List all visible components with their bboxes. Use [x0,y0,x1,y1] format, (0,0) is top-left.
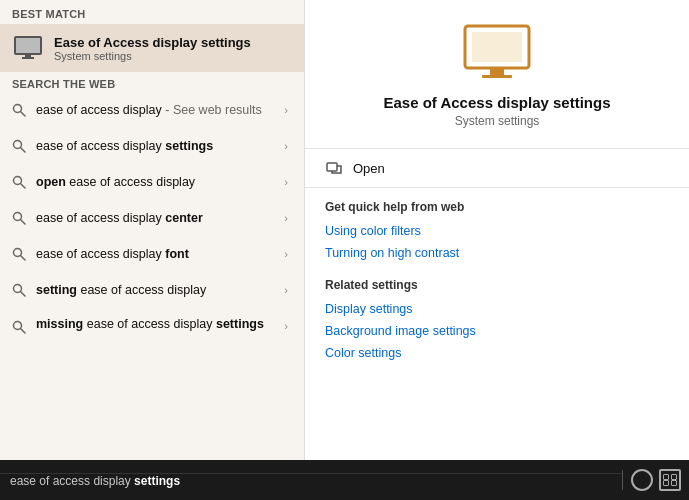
detail-title-normal: Ease of Access display [383,94,553,111]
chevron-4: › [278,210,294,226]
chevron-6: › [278,282,294,298]
taskbar-right [623,469,689,491]
svg-rect-1 [25,54,31,57]
search-icon-1 [10,101,28,119]
chevron-2: › [278,138,294,154]
link-high-contrast[interactable]: Turning on high contrast [305,242,689,264]
right-panel: Ease of Access display settings System s… [305,0,689,460]
search-icon-7 [10,318,28,336]
result-center[interactable]: ease of access display center › [0,200,304,236]
taskbar: ease of access display settings [0,460,689,500]
left-panel: Best match Ease of Access display settin… [0,0,305,460]
open-button[interactable]: Open [305,149,689,188]
best-match-text: Ease of Access display settings System s… [54,35,251,62]
svg-rect-22 [664,475,669,480]
quick-help-header: Get quick help from web [305,188,689,220]
svg-rect-25 [672,481,677,486]
taskbar-text-bold: settings [134,474,180,488]
result-font[interactable]: ease of access display font › [0,236,304,272]
link-color-filters[interactable]: Using color filters [305,220,689,242]
best-match-subtitle: System settings [54,50,251,62]
taskbar-search[interactable]: ease of access display settings [0,473,622,488]
best-match-title: Ease of Access display settings [54,35,251,50]
svg-rect-19 [490,68,504,75]
link-color-settings[interactable]: Color settings [305,342,689,364]
svg-rect-24 [672,475,677,480]
result-text-3: open ease of access display [36,175,278,189]
best-match-title-normal: Ease of Access display [54,35,201,50]
open-icon [325,159,343,177]
detail-header: Ease of Access display settings System s… [305,0,689,149]
link-display-settings[interactable]: Display settings [305,298,689,320]
link-background-image[interactable]: Background image settings [305,320,689,342]
svg-rect-18 [472,32,522,62]
search-icon-3 [10,173,28,191]
detail-subtitle: System settings [455,114,540,128]
taskbar-text-normal: ease of access display [10,474,134,488]
svg-line-14 [21,292,26,297]
result-missing[interactable]: missing ease of access display settings … [0,308,304,344]
search-icon-6 [10,281,28,299]
svg-line-16 [21,329,26,334]
svg-line-12 [21,256,26,261]
result-text-4: ease of access display center [36,211,278,225]
result-see-web: - See web results [165,103,262,117]
taskbar-search-text: ease of access display settings [10,474,612,488]
svg-rect-23 [664,481,669,486]
task-view-button[interactable] [659,469,681,491]
result-text-7: missing ease of access display settings [36,316,278,334]
start-button[interactable] [631,469,653,491]
svg-rect-2 [22,57,34,59]
best-match-title-bold: settings [201,35,251,50]
chevron-1: › [278,102,294,118]
result-text-6: setting ease of access display [36,283,278,297]
svg-rect-0 [15,37,41,54]
best-match-item[interactable]: Ease of Access display settings System s… [0,24,304,72]
result-text-5: ease of access display font [36,247,278,261]
best-match-label: Best match [0,0,304,24]
search-icon-2 [10,137,28,155]
result-text-2: ease of access display settings [36,139,278,153]
svg-rect-20 [482,75,512,78]
chevron-7: › [278,318,294,334]
search-icon-4 [10,209,28,227]
search-icon-5 [10,245,28,263]
result-open[interactable]: open ease of access display › [0,164,304,200]
detail-title-bold: settings [553,94,611,111]
open-label: Open [353,161,385,176]
result-web-settings[interactable]: ease of access display - See web results… [0,92,304,128]
detail-title: Ease of Access display settings [383,94,610,111]
svg-line-6 [21,148,26,153]
svg-rect-21 [327,163,337,171]
chevron-3: › [278,174,294,190]
related-header: Related settings [305,264,689,298]
result-setting[interactable]: setting ease of access display › [0,272,304,308]
svg-line-10 [21,220,26,225]
svg-line-8 [21,184,26,189]
monitor-icon-small [12,32,44,64]
main-container: Best match Ease of Access display settin… [0,0,689,460]
result-text-1: ease of access display - See web results [36,103,278,117]
chevron-5: › [278,246,294,262]
search-web-label: Search the web [0,72,304,92]
result-settings[interactable]: ease of access display settings › [0,128,304,164]
monitor-icon-large [462,24,532,84]
svg-line-4 [21,112,26,117]
